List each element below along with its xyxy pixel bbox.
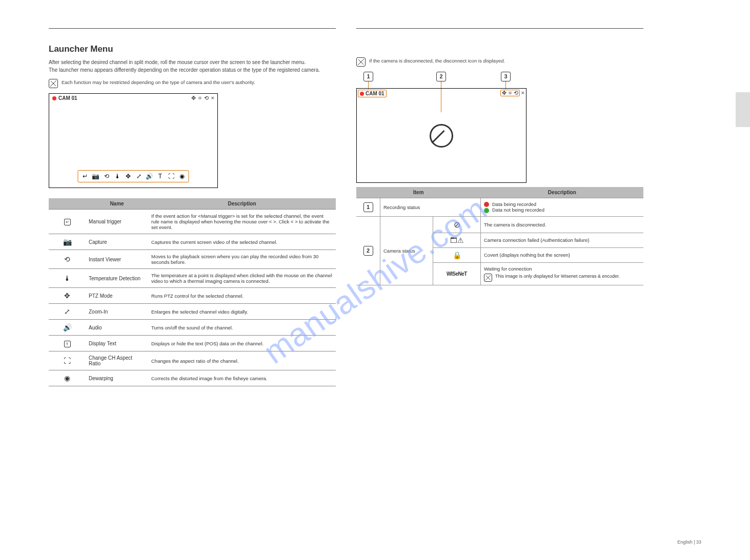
cell-desc: Changes the aspect ratio of the channel.: [148, 351, 336, 370]
callout-2: 2: [436, 72, 446, 81]
table-row: 📷 Capture Captures the current screen vi…: [49, 234, 336, 250]
table-row: 2 Camera status ⊘ The camera is disconne…: [356, 216, 643, 233]
note-icon: [484, 274, 492, 282]
ptz-icon: ✥: [125, 173, 132, 180]
cell-desc: Waiting for connection This image is onl…: [481, 262, 644, 285]
intro-text: After selecting the desired channel in s…: [49, 58, 336, 74]
table-row: ↵ Manual trigger If the event action for…: [49, 210, 336, 234]
instant-icon: ⟲: [204, 95, 209, 101]
dewarp-icon: ◉: [178, 173, 186, 180]
capture-icon: 📷: [92, 173, 99, 180]
th-item: Item: [356, 187, 481, 198]
zoom-in-icon: ⤢: [49, 304, 86, 320]
note-text-right: If the camera is disconnected, the disco…: [369, 57, 505, 67]
cam-label-text: CAM 01: [366, 91, 384, 96]
ui-preview-box: CAM 01 ✥ ⌗ ⟲ × ↵ 📷 ⟲ 🌡 ✥ ⤢ 🔊 T ⛶ ◉: [49, 93, 218, 188]
cell-desc: Captures the current screen video of the…: [148, 234, 336, 250]
cell-desc: Displays or hide the text (POS) data on …: [148, 336, 336, 351]
cell-name: Temperature Detection: [86, 269, 148, 288]
cell-name: Capture: [86, 234, 148, 250]
th-desc-2: Description: [481, 187, 644, 198]
marker-2-cell: 2: [363, 246, 373, 256]
note-row-right: If the camera is disconnected, the disco…: [356, 57, 643, 67]
move-icon: ✥: [191, 95, 196, 101]
note-text: Each function may be restricted dependin…: [62, 79, 255, 88]
zoom-box-icon: ⌗: [509, 90, 512, 96]
dewarp-icon: ◉: [49, 370, 86, 386]
auth-fail-icon: 🗔⚠: [433, 233, 481, 247]
instant-viewer-icon: ⟲: [49, 250, 86, 269]
cell-desc: Runs PTZ control for the selected channe…: [148, 288, 336, 304]
text-icon: T: [157, 173, 164, 180]
cell-desc: Enlarges the selected channel video digi…: [148, 304, 336, 320]
cell-desc: The temperature at a point is displayed …: [148, 269, 336, 288]
ui-preview-box-2: CAM 01 ✥ ⌗ ⟲ ×: [356, 88, 526, 183]
th-name: Name: [86, 198, 148, 210]
record-dot-icon: [360, 92, 364, 96]
cell-name: Manual trigger: [86, 210, 148, 234]
instant-viewer-icon: ⟲: [103, 173, 110, 180]
cell-label: Camera status: [380, 216, 433, 285]
record-dot-icon: [52, 96, 56, 100]
cell-desc: Camera connection failed (Authentication…: [481, 233, 644, 247]
cell-name: Audio: [86, 320, 148, 336]
table-row: 🌡 Temperature Detection The temperature …: [49, 269, 336, 288]
th-desc: Description: [148, 198, 336, 210]
capture-icon: 📷: [49, 234, 86, 250]
launcher-bar: ↵ 📷 ⟲ 🌡 ✥ ⤢ 🔊 T ⛶ ◉: [78, 170, 189, 182]
table-row: ◉ Dewarping Corrects the distorted image…: [49, 370, 336, 386]
page-footer: English | 33: [677, 540, 701, 545]
text-icon: T: [64, 341, 71, 347]
cell-desc: The camera is disconnected.: [481, 216, 644, 233]
zoom-box-icon: ⌗: [198, 95, 201, 101]
cell-desc: Turns on/off the sound of the channel.: [148, 320, 336, 336]
cell-name: PTZ Mode: [86, 288, 148, 304]
cam-label-text: CAM 01: [58, 95, 77, 101]
instant-icon: ⟲: [514, 90, 518, 96]
marker-1-cell: 1: [363, 202, 373, 212]
close-icon: ×: [211, 95, 214, 101]
table-row: ✥ PTZ Mode Runs PTZ control for the sele…: [49, 288, 336, 304]
right-column: Camera Video Control By using the functi…: [356, 28, 643, 285]
table-row: 🔊 Audio Turns on/off the sound of the ch…: [49, 320, 336, 336]
green-dot-icon: [484, 208, 489, 213]
camera-status-table: Item Description 1 Recording status Data…: [356, 187, 643, 285]
cell-name: Change CH Aspect Ratio: [86, 351, 148, 370]
left-column: Launcher Menu After selecting the desire…: [49, 28, 336, 386]
table-row: ⤢ Zoom-In Enlarges the selected channel …: [49, 304, 336, 320]
trigger-icon: ↵: [64, 219, 71, 225]
cell-desc: Moves to the playback screen where you c…: [148, 250, 336, 269]
disconnected-icon: ⊘: [433, 216, 481, 233]
callout-1: 1: [363, 72, 373, 81]
thermometer-icon: 🌡: [49, 269, 86, 288]
disconnected-icon: [430, 124, 453, 148]
launcher-table: Name Description ↵ Manual trigger If the…: [49, 198, 336, 386]
right-page-tab: [736, 92, 750, 127]
callout-3: 3: [501, 72, 511, 81]
cell-name: Instant Viewer: [86, 250, 148, 269]
lock-icon: 🔒: [433, 247, 481, 262]
ptz-icon: ✥: [49, 288, 86, 304]
note-icon: [49, 79, 58, 88]
cell-name: Display Text: [86, 336, 148, 351]
aspect-icon: ⛶: [49, 351, 86, 370]
table-row: T Display Text Displays or hide the text…: [49, 336, 336, 351]
audio-icon: 🔊: [49, 320, 86, 336]
cell-desc: Corrects the distorted image from the fi…: [148, 370, 336, 386]
table-row: 1 Recording status Data being recorded D…: [356, 198, 643, 217]
cell-desc: Covert (displays nothing but the screen): [481, 247, 644, 262]
section-title-launcher: Launcher Menu: [49, 44, 336, 54]
close-icon: ×: [521, 90, 524, 96]
table-row: ⟲ Instant Viewer Moves to the playback s…: [49, 250, 336, 269]
thermometer-icon: 🌡: [114, 173, 121, 180]
cell-name: Dewarping: [86, 370, 148, 386]
wisenet-logo: WISeNeT: [433, 262, 481, 285]
top-right-icon-row: ✥ ⌗ ⟲ ×: [191, 95, 214, 101]
zoom-in-icon: ⤢: [135, 173, 143, 180]
note-row: Each function may be restricted dependin…: [49, 79, 336, 88]
cam-label: CAM 01: [52, 95, 77, 101]
note-icon: [356, 57, 366, 67]
table-row: ⛶ Change CH Aspect Ratio Changes the asp…: [49, 351, 336, 370]
cell-label: Recording status: [380, 198, 481, 217]
aspect-icon: ⛶: [168, 173, 175, 180]
